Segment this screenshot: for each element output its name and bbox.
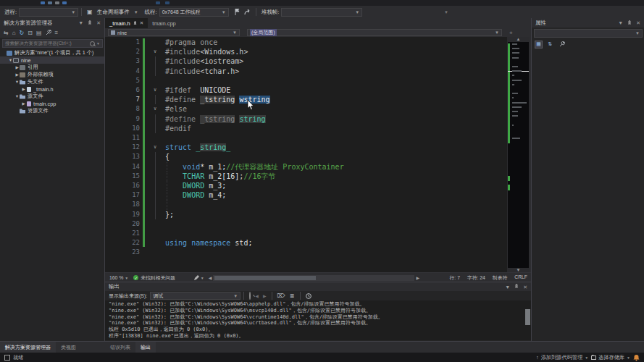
- search-icon[interactable]: [90, 41, 95, 46]
- tree-item[interactable]: ▶外部依赖项: [0, 71, 104, 78]
- output-source-combo[interactable]: 调试 ▼: [150, 292, 241, 300]
- chevron-collapsed-icon[interactable]: ▶: [21, 101, 26, 106]
- chevron-expanded-icon[interactable]: ▼: [8, 58, 13, 62]
- code-line[interactable]: 21: [105, 229, 507, 238]
- thread-combo[interactable]: 0x7648 工作线程 ▼: [159, 8, 229, 17]
- chevron-down-icon[interactable]: ▼: [125, 276, 128, 280]
- code-line[interactable]: 19};: [105, 210, 507, 219]
- project-dropdown[interactable]: nine ▼: [108, 29, 240, 36]
- tree-item[interactable]: ▼nine: [0, 56, 104, 64]
- chevron-down-icon[interactable]: ▼: [78, 20, 83, 25]
- chevron-down-icon[interactable]: ▼: [618, 20, 623, 25]
- chevron-down-icon[interactable]: ▼: [134, 10, 138, 14]
- clock-icon[interactable]: [306, 293, 311, 299]
- close-icon[interactable]: ✕: [96, 20, 101, 25]
- switch-views-icon[interactable]: ⇆: [4, 30, 9, 36]
- code-line[interactable]: 13{: [105, 152, 507, 161]
- tree-item[interactable]: ▶_tmain.h: [0, 85, 104, 93]
- close-icon[interactable]: ✕: [140, 20, 143, 26]
- horizontal-scrollbar[interactable]: [213, 275, 414, 281]
- code-line[interactable]: 9#define _tstring string: [105, 114, 507, 124]
- code-line[interactable]: 17 DWORD m_4;: [105, 190, 507, 200]
- stack-frame-combo[interactable]: ▼: [281, 8, 362, 17]
- code-editor[interactable]: 1#pragma once2∨#include<Windows.h>3#incl…: [105, 37, 507, 272]
- flag-icon[interactable]: [235, 9, 240, 15]
- output-dock-tab[interactable]: 输出: [135, 342, 156, 353]
- chevron-expanded-icon[interactable]: ▼: [14, 80, 20, 84]
- property-pages-wrench-icon[interactable]: [558, 41, 566, 49]
- pin-icon[interactable]: [88, 20, 92, 26]
- tree-item[interactable]: 解决方案"nine"(1 个项目，共 1 个): [0, 49, 104, 56]
- chevron-collapsed-icon[interactable]: ▶: [21, 87, 26, 91]
- code-line[interactable]: 11: [105, 133, 507, 143]
- output-log[interactable]: "nine.exe" (Win32): 已加载"C:\Windows\SysWO…: [105, 300, 531, 340]
- scroll-up-icon[interactable]: ▲: [507, 37, 530, 41]
- lifecycle-events-button[interactable]: 生命周期事件: [97, 9, 130, 16]
- code-line[interactable]: 22using namespace std;: [105, 238, 507, 248]
- close-icon[interactable]: ✕: [636, 20, 640, 25]
- find-previous-icon[interactable]: ◀: [255, 294, 259, 298]
- minimap-scrollbar[interactable]: ▲ ▼: [507, 37, 530, 272]
- chevron-collapsed-icon[interactable]: ▶: [14, 72, 20, 77]
- code-line[interactable]: 18: [105, 200, 507, 209]
- code-line[interactable]: 10#endif: [105, 124, 507, 133]
- code-line[interactable]: 2∨#include<Windows.h>: [105, 47, 507, 56]
- properties-object-combo[interactable]: ▼: [534, 29, 643, 38]
- properties-wrench-icon[interactable]: [46, 30, 51, 35]
- column-indicator[interactable]: 字符: 24: [464, 274, 489, 282]
- select-repository-button[interactable]: 选择存储库 ▼: [591, 354, 630, 361]
- show-next-statement-icon[interactable]: [244, 9, 251, 15]
- pin-icon[interactable]: [514, 284, 519, 290]
- output-scrollbar-thumb[interactable]: [525, 309, 530, 325]
- add-to-source-control-button[interactable]: ↑ 添加到源代码管理 ▼: [536, 354, 588, 361]
- fold-marker-icon[interactable]: ∨: [151, 143, 159, 152]
- tree-item[interactable]: ▶tmain.cpp: [0, 100, 104, 107]
- categorized-icon[interactable]: ▦: [535, 41, 543, 49]
- code-line[interactable]: 23: [105, 248, 507, 257]
- tree-item[interactable]: ▶引用: [0, 64, 104, 71]
- plus-icon[interactable]: +: [509, 30, 513, 36]
- pin-icon[interactable]: [627, 20, 632, 26]
- home-icon[interactable]: ⌂: [12, 30, 16, 36]
- scope-dropdown[interactable]: (全局范围) ▼: [247, 29, 502, 36]
- find-next-icon[interactable]: ▶: [263, 294, 267, 298]
- code-line[interactable]: 7#define _tstring wstring: [105, 95, 507, 104]
- code-line[interactable]: 3#include<iostream>: [105, 56, 507, 66]
- tree-item[interactable]: ▼源文件: [0, 93, 104, 100]
- sync-icon[interactable]: ↻: [20, 30, 25, 36]
- line-indicator[interactable]: 行: 7: [446, 274, 464, 282]
- preview-icon[interactable]: ≡: [55, 30, 59, 36]
- chevron-expanded-icon[interactable]: ▼: [14, 94, 20, 98]
- word-wrap-icon[interactable]: ≣: [290, 293, 295, 299]
- clear-all-icon[interactable]: ⌦: [277, 293, 285, 299]
- fold-marker-icon[interactable]: ∨: [151, 85, 159, 95]
- code-line[interactable]: 1#pragma once: [105, 38, 507, 47]
- indent-mode-indicator[interactable]: 制表符: [489, 274, 511, 282]
- code-line[interactable]: 15 TCHAR m_2[16];//16字节: [105, 172, 507, 181]
- zoom-level[interactable]: 160 %: [109, 275, 123, 280]
- pin-icon[interactable]: [133, 21, 137, 26]
- notification-bell-icon[interactable]: [633, 354, 640, 361]
- code-line[interactable]: 16 DWORD m_3;: [105, 181, 507, 190]
- output-dock-tab[interactable]: 错误列表: [105, 342, 135, 353]
- eol-indicator[interactable]: CRLF: [511, 274, 531, 282]
- solution-explorer-search[interactable]: 搜索解决方案资源管理器(Ctrl+;) ▼: [2, 39, 103, 48]
- tree-item[interactable]: ▼头文件: [0, 78, 104, 85]
- document-tab-tmaincpp[interactable]: tmain.cpp: [148, 18, 180, 28]
- chevron-down-icon[interactable]: ▼: [201, 276, 204, 280]
- code-line[interactable]: 8∨#else: [105, 104, 507, 114]
- tree-item[interactable]: 资源文件: [0, 107, 104, 114]
- chevron-collapsed-icon[interactable]: ▶: [14, 65, 20, 70]
- code-line[interactable]: 5: [105, 76, 507, 85]
- show-all-files-icon[interactable]: ▤: [36, 30, 42, 36]
- alphabetical-icon[interactable]: ⇅: [546, 41, 554, 49]
- left-dock-tab[interactable]: 解决方案资源管理器: [0, 342, 56, 353]
- document-health-icon[interactable]: ✓: [133, 275, 138, 280]
- find-message-icon[interactable]: [249, 293, 251, 299]
- pencil-icon[interactable]: [194, 275, 199, 280]
- process-combo[interactable]: ▼: [19, 8, 78, 17]
- fold-marker-icon[interactable]: ∨: [151, 104, 159, 114]
- code-line[interactable]: 20: [105, 219, 507, 229]
- close-icon[interactable]: ✕: [523, 285, 527, 290]
- chevron-down-icon[interactable]: ▼: [96, 41, 100, 46]
